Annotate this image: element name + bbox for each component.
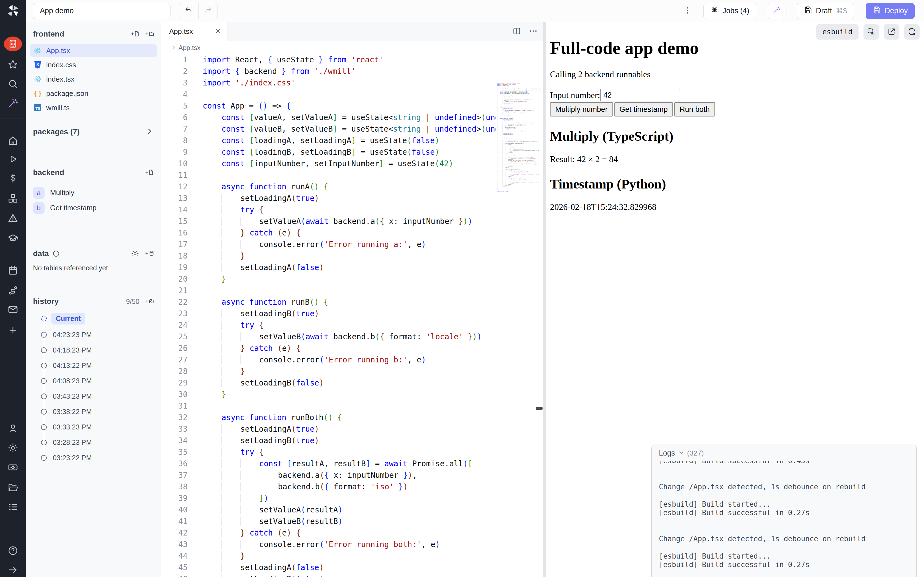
audit-logs-icon bbox=[7, 501, 18, 513]
history-item[interactable]: 03:38:22 PM bbox=[33, 404, 154, 419]
multiply-heading: Multiply (TypeScript) bbox=[550, 129, 919, 144]
panel-divider[interactable] bbox=[543, 22, 546, 577]
history-item[interactable]: 03:33:23 PM bbox=[33, 419, 154, 435]
rail-item-runs[interactable] bbox=[5, 152, 21, 167]
rail-item-wand[interactable] bbox=[5, 96, 21, 111]
inspect-button[interactable] bbox=[864, 24, 879, 40]
rail-item-workers[interactable] bbox=[5, 460, 21, 475]
preview-button-get-timestamp[interactable]: Get timestamp bbox=[614, 102, 673, 116]
rail-item-star[interactable] bbox=[5, 57, 21, 72]
history-item[interactable]: 04:13:22 PM bbox=[33, 358, 154, 373]
resize-grip[interactable] bbox=[536, 407, 543, 410]
rail-item-variables[interactable] bbox=[5, 171, 21, 186]
timeline-dot bbox=[41, 440, 47, 445]
code-line: 44 } bbox=[162, 550, 496, 562]
rail-item-audit-logs[interactable] bbox=[5, 500, 21, 515]
editor-breadcrumb[interactable]: App.tsx bbox=[162, 41, 543, 54]
rail-item-collapse[interactable] bbox=[5, 563, 21, 577]
file-item-package-json[interactable]: { }package.json bbox=[30, 87, 157, 100]
rail-item-flows[interactable] bbox=[5, 283, 21, 298]
history-item[interactable]: 03:23:22 PM bbox=[33, 450, 154, 466]
rail-item-settings[interactable] bbox=[5, 441, 21, 456]
add-runnable-button[interactable] bbox=[145, 168, 154, 177]
logs-output[interactable]: [esbuild] Build successful in 0.45s Chan… bbox=[659, 457, 914, 577]
history-item-current[interactable]: Current bbox=[33, 310, 154, 327]
chevron-right-icon bbox=[145, 127, 154, 137]
rail-item-account[interactable] bbox=[5, 421, 21, 436]
learn-icon bbox=[7, 233, 18, 245]
line-number: 18 bbox=[162, 250, 187, 262]
add-snapshot-button[interactable] bbox=[145, 297, 154, 306]
code-line: 13 setLoadingA(true) bbox=[162, 193, 496, 204]
rail-item-help[interactable] bbox=[5, 543, 21, 558]
history-label: 03:23:22 PM bbox=[53, 454, 92, 462]
line-number: 10 bbox=[162, 158, 187, 169]
undo-icon bbox=[184, 6, 193, 15]
runnable-badge: a bbox=[33, 187, 45, 199]
refresh-button[interactable] bbox=[904, 24, 919, 40]
close-tab-button[interactable] bbox=[215, 28, 221, 35]
file-item-index-css[interactable]: 3index.css bbox=[30, 58, 157, 71]
undo-redo-group bbox=[179, 3, 218, 19]
open-external-button[interactable] bbox=[884, 24, 899, 40]
logs-header[interactable]: Logs (327) bbox=[652, 445, 916, 461]
editor-more-button[interactable] bbox=[528, 26, 538, 37]
history-item[interactable]: 04:23:23 PM bbox=[33, 327, 154, 342]
add-file-button[interactable] bbox=[131, 30, 139, 39]
rail-item-search[interactable] bbox=[5, 77, 21, 92]
account-icon bbox=[7, 423, 18, 435]
timeline-dot bbox=[41, 424, 47, 430]
history-item[interactable]: 03:43:23 PM bbox=[33, 388, 154, 404]
jobs-button[interactable]: Jobs (4) bbox=[703, 3, 756, 19]
rail-item-learn[interactable] bbox=[5, 231, 21, 246]
rail-item-apps[interactable] bbox=[4, 37, 22, 52]
braces-file-icon: { } bbox=[34, 89, 42, 98]
file-item-index-tsx[interactable]: index.tsx bbox=[30, 73, 157, 85]
line-number: 38 bbox=[162, 481, 187, 493]
preview-button-multiply-number[interactable]: Multiply number bbox=[550, 102, 613, 116]
deploy-button[interactable]: Deploy bbox=[866, 3, 915, 19]
minimap[interactable]: import React, { useState } from 'react'i… bbox=[497, 83, 541, 193]
add-folder-button[interactable] bbox=[145, 30, 154, 39]
history-item[interactable]: 04:08:23 PM bbox=[33, 373, 154, 388]
rail-item-triangle[interactable] bbox=[5, 211, 21, 226]
rail-item-home[interactable] bbox=[5, 134, 21, 148]
backend-item-multiply[interactable]: aMultiply bbox=[33, 185, 154, 200]
code-line: 12 async function runA() { bbox=[162, 181, 496, 193]
line-number: 40 bbox=[162, 504, 187, 516]
app-title-input[interactable] bbox=[33, 3, 171, 19]
app-preview-panel: esbuild Full-code app demo Calling 2 bac… bbox=[546, 22, 924, 577]
preview-button-run-both[interactable]: Run both bbox=[674, 102, 715, 116]
log-line: [esbuild] Build started... bbox=[659, 500, 914, 509]
rail-item-mail[interactable] bbox=[5, 302, 21, 317]
data-settings-button[interactable] bbox=[131, 249, 139, 258]
file-item-wmill-ts[interactable]: TSwmill.ts bbox=[30, 102, 157, 114]
code-line: 25 setValueB(await backend.b({ format: '… bbox=[162, 331, 496, 343]
rail-item-schedules[interactable] bbox=[5, 263, 21, 278]
backend-item-get-timestamp[interactable]: bGet timestamp bbox=[33, 200, 154, 215]
line-number: 33 bbox=[162, 424, 187, 435]
packages-section-header[interactable]: packages (7) bbox=[33, 125, 154, 139]
code-line: 46 setLoadingB(false) bbox=[162, 574, 496, 577]
ai-wand-button[interactable] bbox=[768, 3, 785, 19]
rail-item-resources[interactable] bbox=[5, 191, 21, 206]
line-number: 15 bbox=[162, 216, 187, 227]
line-number: 26 bbox=[162, 343, 187, 354]
tab-app-tsx[interactable]: App.tsx bbox=[162, 22, 228, 41]
code-area[interactable]: 1import React, { useState } from 'react'… bbox=[162, 54, 543, 577]
more-menu-button[interactable] bbox=[683, 6, 692, 16]
rail-item-plus[interactable] bbox=[5, 323, 21, 338]
add-table-button[interactable] bbox=[145, 249, 154, 258]
history-section-header: history 9/50 bbox=[33, 295, 154, 308]
split-editor-button[interactable] bbox=[512, 26, 522, 37]
timestamp-result: 2026-02-18T15:24:32.829968 bbox=[550, 202, 919, 212]
redo-button[interactable] bbox=[198, 3, 218, 19]
rail-item-folders[interactable] bbox=[5, 480, 21, 495]
file-item-app-tsx[interactable]: App.tsx bbox=[30, 44, 157, 57]
history-item[interactable]: 04:18:23 PM bbox=[33, 342, 154, 358]
undo-button[interactable] bbox=[179, 3, 198, 19]
input-number-field[interactable] bbox=[600, 89, 680, 102]
history-item[interactable]: 03:28:23 PM bbox=[33, 435, 154, 450]
mail-icon bbox=[7, 304, 18, 316]
draft-button[interactable]: Draft ⌘S bbox=[797, 3, 854, 19]
